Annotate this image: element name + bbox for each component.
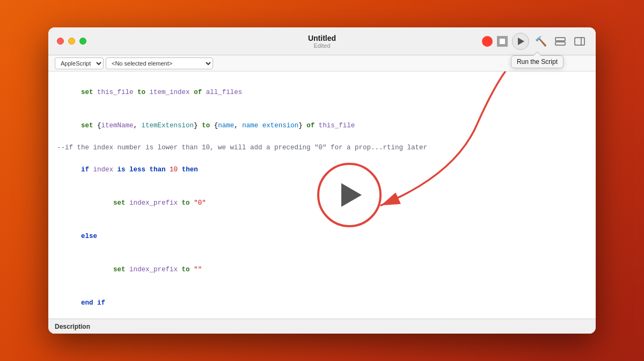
code-line: if index is less than 10 then (57, 153, 587, 186)
sidebar-toggle-button[interactable] (572, 34, 587, 49)
tooltip: Run the Script (511, 55, 564, 68)
code-line: set index_prefix to "" (57, 253, 587, 286)
description-label: Description (55, 323, 90, 330)
toolbar-buttons: 🔨 (482, 33, 587, 50)
close-button[interactable] (57, 38, 64, 45)
window-title-name: Untitled (308, 34, 336, 42)
svg-rect-0 (555, 38, 565, 41)
svg-rect-2 (575, 38, 584, 45)
code-line: end if (57, 286, 587, 319)
code-line: set index_prefix to "0" (57, 186, 587, 220)
svg-rect-1 (555, 42, 565, 45)
traffic-lights (57, 38, 86, 45)
code-line: set {itemName, itemExtension} to {name, … (57, 109, 587, 142)
description-bar: Description (48, 319, 596, 334)
applescript-window: Untitled Edited 🔨 (48, 27, 596, 334)
maximize-button[interactable] (79, 38, 86, 45)
stop-button[interactable] (497, 36, 508, 47)
run-button[interactable] (512, 33, 529, 50)
record-button[interactable] (482, 36, 493, 47)
code-line: set this_file to item_index of all_files (57, 76, 587, 109)
view-toggle-button[interactable] (553, 34, 568, 49)
code-line: --if the index number is lower than 10, … (57, 142, 587, 154)
minimize-button[interactable] (68, 38, 75, 45)
compile-button[interactable]: 🔨 (533, 34, 548, 49)
code-editor[interactable]: set this_file to item_index of all_files… (48, 71, 596, 319)
code-line: else (57, 220, 587, 253)
window-title: Untitled Edited (308, 34, 336, 49)
element-selector[interactable]: <No selected element> (106, 57, 213, 69)
window-title-subtitle: Edited (308, 42, 336, 49)
titlebar: Untitled Edited 🔨 (48, 27, 596, 55)
language-selector[interactable]: AppleScript (55, 57, 104, 69)
